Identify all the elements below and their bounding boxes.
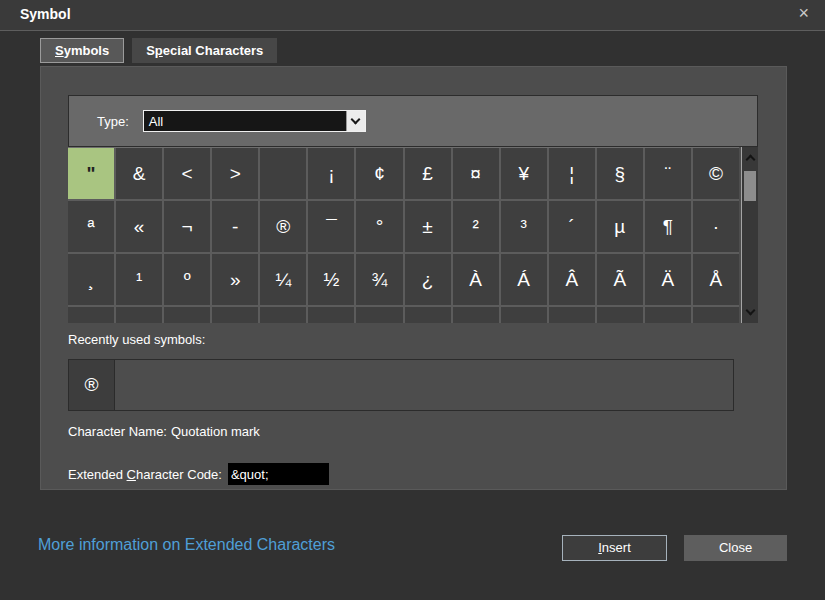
symbol-cell[interactable]: ¤ (453, 148, 499, 199)
insert-button[interactable]: Insert (562, 535, 667, 561)
chevron-down-icon (745, 306, 755, 316)
symbol-cell[interactable] (501, 307, 547, 323)
symbol-cell[interactable]: ¶ (645, 201, 691, 252)
symbol-cell[interactable]: ¯ (308, 201, 354, 252)
scroll-down-button[interactable] (742, 303, 758, 321)
symbol-cell[interactable] (308, 307, 354, 323)
more-info-link[interactable]: More information on Extended Characters (38, 536, 335, 554)
symbol-cell[interactable] (597, 307, 643, 323)
symbol-cell[interactable]: ¥ (501, 148, 547, 199)
symbol-cell[interactable]: ª (68, 201, 114, 252)
close-icon[interactable]: × (798, 3, 809, 24)
recently-used-label: Recently used symbols: (68, 332, 205, 347)
close-button[interactable]: Close (684, 535, 787, 561)
type-band: Type: All (68, 95, 758, 147)
symbol-cell[interactable]: Ã (597, 254, 643, 305)
symbol-cell[interactable]: Å (693, 254, 739, 305)
tab-bar: Symbols Special Characters (40, 38, 277, 63)
symbol-cell[interactable]: · (693, 201, 739, 252)
symbol-cell[interactable]: ¢ (356, 148, 402, 199)
type-dropdown[interactable]: All (143, 110, 366, 132)
symbol-cell[interactable] (212, 307, 258, 323)
symbol-cell[interactable] (453, 307, 499, 323)
symbol-cell[interactable]: « (116, 201, 162, 252)
symbol-cell[interactable] (405, 307, 451, 323)
symbol-cell[interactable] (164, 307, 210, 323)
symbol-cell[interactable]: ¹ (116, 254, 162, 305)
extended-code-label: Extended Character Code: (68, 467, 222, 482)
symbol-cell[interactable]: ´ (549, 201, 595, 252)
symbol-cell[interactable]: ° (356, 201, 402, 252)
symbol-cell[interactable] (549, 307, 595, 323)
symbol-cell[interactable]: © (693, 148, 739, 199)
symbol-cell[interactable]: ¸ (68, 254, 114, 305)
symbol-cell[interactable] (356, 307, 402, 323)
grid-scrollbar[interactable] (741, 147, 758, 323)
scrollbar-thumb[interactable] (744, 171, 756, 201)
symbol-cell[interactable]: º (164, 254, 210, 305)
recently-used-box: ® (68, 359, 734, 411)
scroll-up-button[interactable] (742, 149, 758, 167)
type-dropdown-value: All (144, 114, 163, 129)
symbol-cell[interactable]: ² (453, 201, 499, 252)
chevron-up-icon (745, 155, 755, 165)
symbol-cell[interactable]: < (164, 148, 210, 199)
symbol-cell[interactable] (68, 307, 114, 323)
symbol-cell[interactable]: » (212, 254, 258, 305)
symbol-cell[interactable]: ¡ (308, 148, 354, 199)
recent-symbol-cell[interactable]: ® (69, 360, 115, 410)
extended-code-row: Extended Character Code: (68, 463, 329, 485)
symbol-cell[interactable] (645, 307, 691, 323)
symbol-cell[interactable]: µ (597, 201, 643, 252)
type-dropdown-button[interactable] (346, 111, 365, 131)
symbol-cell[interactable]: - (212, 201, 258, 252)
symbol-cell[interactable] (260, 307, 306, 323)
symbol-cell[interactable] (260, 148, 306, 199)
symbol-cell[interactable]: Á (501, 254, 547, 305)
symbol-cell[interactable]: ½ (308, 254, 354, 305)
symbol-cell[interactable]: ¼ (260, 254, 306, 305)
symbol-cell[interactable]: > (212, 148, 258, 199)
symbol-cell[interactable] (693, 307, 739, 323)
symbol-cell[interactable]: £ (405, 148, 451, 199)
symbol-cell[interactable]: Ä (645, 254, 691, 305)
symbol-cell[interactable] (116, 307, 162, 323)
symbol-cell[interactable]: ¦ (549, 148, 595, 199)
symbol-grid-area: "&<> ¡¢£¤¥¦§¨©ª«¬-®¯°±²³´µ¶·¸¹º»¼½¾¿ÀÁÂÃ… (68, 147, 758, 323)
symbol-cell[interactable]: § (597, 148, 643, 199)
tab-special-characters[interactable]: Special Characters (132, 38, 277, 63)
character-name-line: Character Name:Quotation mark (68, 424, 264, 439)
character-name-label: Character Name: (68, 424, 167, 439)
symbol-cell[interactable]: ¨ (645, 148, 691, 199)
symbol-cell[interactable]: ± (405, 201, 451, 252)
symbol-cell[interactable]: ³ (501, 201, 547, 252)
dialog-title: Symbol (20, 6, 71, 22)
extended-character-code-input[interactable] (228, 463, 329, 485)
tab-symbols[interactable]: Symbols (40, 38, 124, 63)
symbol-cell[interactable]: ® (260, 201, 306, 252)
type-label: Type: (97, 114, 129, 129)
chevron-down-icon (351, 115, 361, 125)
symbol-grid: "&<> ¡¢£¤¥¦§¨©ª«¬-®¯°±²³´µ¶·¸¹º»¼½¾¿ÀÁÂÃ… (68, 147, 739, 323)
symbol-cell[interactable]: À (453, 254, 499, 305)
character-name-value: Quotation mark (171, 424, 260, 439)
symbol-cell[interactable]: & (116, 148, 162, 199)
symbols-tab-page: Type: All "&<> ¡¢£¤¥¦§¨©ª«¬-®¯°±²³´µ¶·¸¹… (40, 66, 787, 490)
title-bar: Symbol × (0, 0, 825, 31)
symbol-cell[interactable]: Â (549, 254, 595, 305)
symbol-cell[interactable]: " (68, 148, 114, 199)
symbol-cell[interactable]: ¿ (405, 254, 451, 305)
symbol-cell[interactable]: ¾ (356, 254, 402, 305)
symbol-cell[interactable]: ¬ (164, 201, 210, 252)
